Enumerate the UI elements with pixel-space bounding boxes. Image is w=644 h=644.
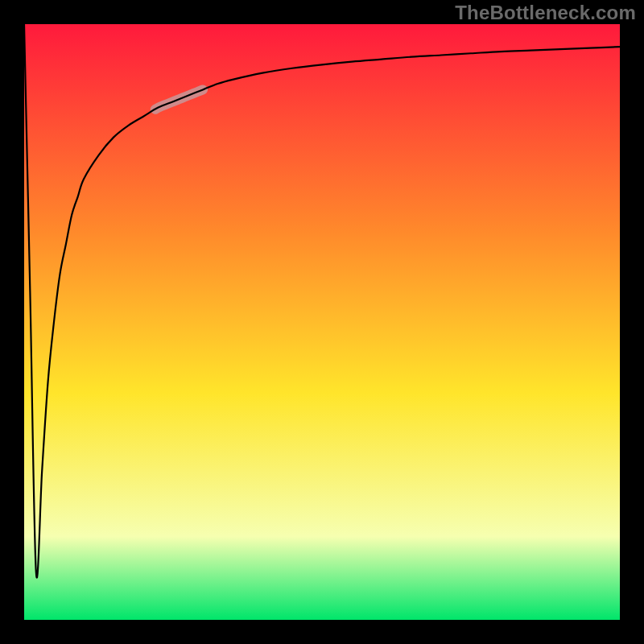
frame-left: [0, 0, 24, 644]
chart-stage: { "watermark": "TheBottleneck.com", "cha…: [0, 0, 644, 644]
frame-right: [620, 0, 644, 644]
watermark: TheBottleneck.com: [455, 2, 636, 24]
plot-area: [24, 24, 620, 620]
frame-bottom: [0, 620, 644, 644]
chart-svg: [0, 0, 644, 644]
